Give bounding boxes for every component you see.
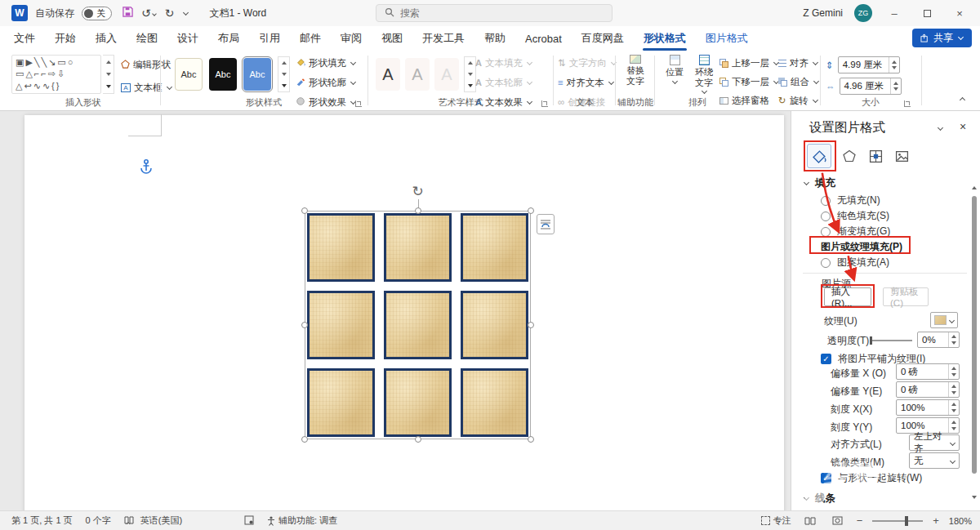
read-mode-button[interactable] xyxy=(801,514,819,528)
texture-square[interactable] xyxy=(307,368,375,437)
tab-draw[interactable]: 绘图 xyxy=(136,28,158,49)
fill-option-pattern[interactable]: 图案填充(A) xyxy=(821,255,889,270)
radio-icon[interactable] xyxy=(821,212,831,221)
language-status[interactable]: 英语(美国) xyxy=(140,514,182,527)
resize-handle-nw[interactable] xyxy=(301,207,308,214)
offset-x-input[interactable]: 0 磅 xyxy=(896,363,960,380)
tab-design[interactable]: 设计 xyxy=(176,28,199,49)
shape-style-preview-3[interactable]: Abc xyxy=(243,58,271,91)
radio-icon[interactable] xyxy=(821,227,831,237)
panel-tab-layout-properties[interactable] xyxy=(863,144,888,168)
transparency-input[interactable]: 0% xyxy=(917,332,960,348)
stepper-up[interactable] xyxy=(951,403,956,406)
layout-options-button[interactable] xyxy=(537,214,555,234)
width-down-stepper[interactable] xyxy=(893,87,898,91)
tab-insert[interactable]: 插入 xyxy=(95,28,118,49)
texture-square[interactable] xyxy=(384,291,452,359)
texture-square[interactable] xyxy=(461,213,528,282)
shape-styles-dialog-launcher[interactable] xyxy=(355,100,362,107)
fill-section-header[interactable]: 填充 xyxy=(803,176,835,190)
accessibility-status[interactable]: 辅助功能: 调查 xyxy=(267,514,337,527)
scroll-down-icon[interactable] xyxy=(972,496,977,499)
wordart-dialog-launcher[interactable] xyxy=(541,100,548,107)
user-name[interactable]: Z Gemini xyxy=(803,7,843,19)
tab-review[interactable]: 审阅 xyxy=(340,28,363,49)
resize-handle-sw[interactable] xyxy=(301,436,308,443)
shape-outline-button[interactable]: 形状轮廓 xyxy=(296,75,356,90)
shape-style-preview-1[interactable]: Abc xyxy=(175,58,203,91)
texture-square[interactable] xyxy=(461,368,528,437)
collapse-ribbon-icon[interactable] xyxy=(960,97,965,103)
tab-layout[interactable]: 布局 xyxy=(217,28,240,49)
share-button[interactable]: 共享 xyxy=(912,29,972,47)
radio-icon[interactable] xyxy=(821,196,831,206)
resize-handle-n[interactable] xyxy=(415,207,421,214)
stepper-down[interactable] xyxy=(951,427,956,430)
texture-square[interactable] xyxy=(307,213,375,282)
tab-help[interactable]: 帮助 xyxy=(483,28,506,49)
focus-mode-button[interactable]: 专注 xyxy=(761,514,791,527)
radio-icon[interactable] xyxy=(821,258,831,268)
texture-square[interactable] xyxy=(461,291,528,359)
alignment-dropdown[interactable]: 左上对齐 xyxy=(909,434,960,451)
rotate-objects-button[interactable]: ↻ 旋转 xyxy=(778,93,819,108)
redo-button[interactable]: ↻ xyxy=(165,7,175,20)
scrollbar-thumb[interactable] xyxy=(972,196,977,474)
position-button[interactable]: 位置 xyxy=(660,55,689,85)
user-avatar[interactable]: ZG xyxy=(854,4,872,22)
shape-width-input[interactable]: 4.96 厘米 xyxy=(840,78,902,95)
height-up-stepper[interactable] xyxy=(892,60,897,64)
tab-mailings[interactable]: 邮件 xyxy=(299,28,322,49)
tab-acrobat[interactable]: Acrobat xyxy=(524,29,563,48)
height-down-stepper[interactable] xyxy=(892,66,897,69)
align-text-button[interactable]: ≡ 对齐文本 xyxy=(558,75,617,90)
qat-customize-icon[interactable] xyxy=(183,9,189,15)
rotation-handle[interactable]: ↻ xyxy=(412,185,423,198)
zoom-slider[interactable] xyxy=(872,520,923,522)
fill-option-solid[interactable]: 纯色填充(S) xyxy=(821,208,889,224)
minimize-button[interactable]: – xyxy=(884,2,905,24)
stepper-up[interactable] xyxy=(951,385,956,388)
wordart-preview-3[interactable]: A xyxy=(434,58,459,91)
texture-square[interactable] xyxy=(384,213,452,282)
macro-record-icon[interactable] xyxy=(244,515,254,527)
resize-handle-s[interactable] xyxy=(415,436,421,443)
bring-forward-button[interactable]: 上移一层 xyxy=(719,56,779,70)
tab-picture-format[interactable]: 图片格式 xyxy=(705,28,749,49)
scale-x-input[interactable]: 100% xyxy=(896,399,960,416)
tab-view[interactable]: 视图 xyxy=(381,28,403,49)
checkbox-checked-icon[interactable]: ✓ xyxy=(821,473,831,483)
page-info[interactable]: 第 1 页, 共 1 页 xyxy=(11,514,73,527)
transparency-slider[interactable] xyxy=(870,340,912,341)
shape-gallery-row[interactable]: △↩∿∿{} xyxy=(16,81,97,91)
width-up-stepper[interactable] xyxy=(893,82,898,85)
tab-home[interactable]: 开始 xyxy=(54,28,77,49)
tab-file[interactable]: 文件 xyxy=(13,28,36,49)
panel-scrollbar[interactable] xyxy=(971,186,978,499)
clipboard-button[interactable]: 剪贴板(C) xyxy=(883,287,929,306)
texture-square[interactable] xyxy=(384,368,452,437)
tab-baidu-netdisk[interactable]: 百度网盘 xyxy=(581,28,625,49)
tab-developer[interactable]: 开发工具 xyxy=(421,28,466,49)
resize-handle-se[interactable] xyxy=(528,436,534,443)
stepper-up[interactable] xyxy=(951,367,956,370)
tab-references[interactable]: 引用 xyxy=(258,28,281,49)
shape-gallery[interactable]: ▣▶╲╲↘▭○ ▭△⌐⌐⇨⇩ △↩∿∿{} xyxy=(11,55,101,94)
zoom-in-button[interactable]: + xyxy=(933,514,939,527)
fill-option-none[interactable]: 无填充(N) xyxy=(821,193,880,208)
text-outline-button[interactable]: A 文本轮廓 xyxy=(475,75,532,90)
panel-tab-effects[interactable] xyxy=(837,144,862,168)
shape-style-preview-2[interactable]: Abc xyxy=(209,58,237,91)
texture-dropdown[interactable] xyxy=(930,312,958,328)
resize-handle-ne[interactable] xyxy=(528,207,534,214)
align-objects-button[interactable]: 对齐 xyxy=(778,56,819,70)
slider-thumb[interactable] xyxy=(870,336,872,345)
text-direction-button[interactable]: ⇅ 文字方向 xyxy=(558,56,617,70)
send-backward-button[interactable]: 下移一层 xyxy=(719,74,779,89)
text-fill-button[interactable]: A 文本填充 xyxy=(475,56,532,70)
wordart-preview-2[interactable]: A xyxy=(405,58,430,91)
wrap-text-button[interactable]: 环绕文字 xyxy=(689,55,719,95)
web-layout-button[interactable] xyxy=(829,514,847,528)
word-count[interactable]: 0 个字 xyxy=(86,514,111,527)
stepper-down[interactable] xyxy=(951,373,956,376)
